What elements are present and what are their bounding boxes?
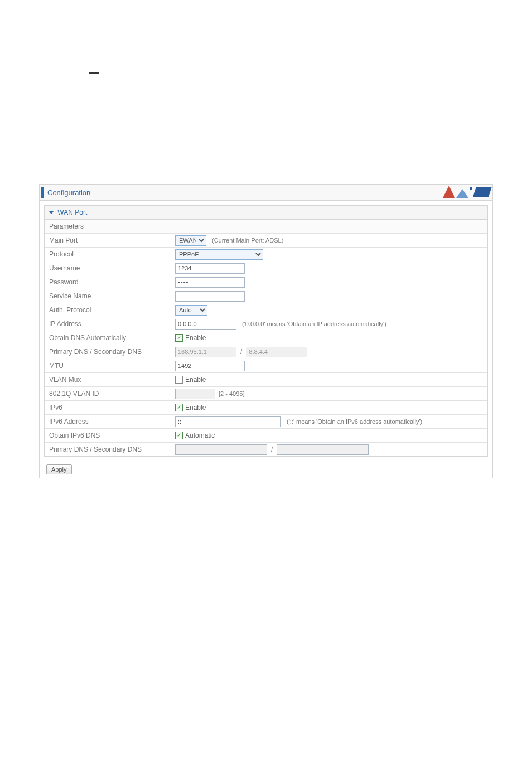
row-protocol: Protocol PPPoE <box>45 248 487 261</box>
parameters-header-row: Parameters <box>45 220 487 234</box>
apply-button[interactable]: Apply <box>46 464 72 474</box>
row-service-name: Service Name <box>45 289 487 303</box>
row-vlan-id: 802.1Q VLAN ID [2 - 4095] <box>45 387 487 401</box>
secondary-dns-input[interactable] <box>246 347 307 357</box>
mtu-input[interactable] <box>175 361 245 371</box>
row-password: Password <box>45 275 487 289</box>
ipv6-address-label: IPv6 Address <box>45 415 171 428</box>
ip-address-hint: ('0.0.0.0' means 'Obtain an IP address a… <box>242 321 386 327</box>
config-header: Configuration <box>40 185 492 201</box>
decorative-dash <box>89 72 99 74</box>
header-accent-bar <box>41 187 44 198</box>
protocol-select[interactable]: PPPoE <box>175 249 263 260</box>
username-input[interactable] <box>175 263 245 274</box>
ipv6-address-hint: ('::' means 'Obtain an IPv6 address auto… <box>287 418 422 425</box>
ipv6-checkbox[interactable]: ✓ <box>175 404 183 411</box>
vlan-mux-label: VLAN Mux <box>45 374 171 386</box>
ipv6-cb-label: Enable <box>185 404 206 411</box>
row-auth-protocol: Auth. Protocol Auto <box>45 303 487 317</box>
obtain-ipv6-dns-checkbox[interactable]: ✓ <box>175 432 183 439</box>
username-label: Username <box>45 262 171 274</box>
config-title: Configuration <box>47 188 90 197</box>
protocol-label: Protocol <box>45 248 171 260</box>
row-main-port: Main Port EWAN (Current Main Port: ADSL) <box>45 234 487 248</box>
obtain-dns-label: Obtain DNS Automatically <box>45 332 171 344</box>
obtain-dns-cb-label: Enable <box>185 334 206 342</box>
dns-separator: / <box>239 348 244 356</box>
section-title: WAN Port <box>57 209 87 216</box>
obtain-ipv6-dns-label: Obtain IPv6 DNS <box>45 429 171 442</box>
row-obtain-dns: Obtain DNS Automatically ✓ Enable <box>45 331 487 345</box>
dns-label: Primary DNS / Secondary DNS <box>45 346 171 358</box>
main-port-hint: (Current Main Port: ADSL) <box>212 237 283 244</box>
ipv6-address-input[interactable] <box>175 416 281 427</box>
password-input[interactable] <box>175 277 245 288</box>
ipv6-primary-dns-input[interactable] <box>175 444 267 455</box>
brand-logo <box>443 186 490 198</box>
vlan-id-label: 802.1Q VLAN ID <box>45 388 171 400</box>
logo-triangle-red-icon <box>443 186 455 198</box>
wan-port-panel: WAN Port Parameters Main Port EWAN (Curr… <box>44 205 488 457</box>
row-ipv6-dns: Primary DNS / Secondary DNS / <box>45 443 487 456</box>
main-port-label: Main Port <box>45 234 171 246</box>
ip-address-input[interactable] <box>175 319 236 330</box>
configuration-panel: Configuration WAN Port Parameters Main P… <box>39 184 493 478</box>
obtain-dns-checkbox[interactable]: ✓ <box>175 334 183 342</box>
ip-address-label: IP Address <box>45 318 171 330</box>
service-name-input[interactable] <box>175 291 245 302</box>
row-dns: Primary DNS / Secondary DNS / <box>45 345 487 359</box>
vlan-mux-checkbox[interactable]: ✓ <box>175 376 183 384</box>
row-mtu: MTU <box>45 359 487 373</box>
row-vlan-mux: VLAN Mux ✓ Enable <box>45 373 487 387</box>
logo-accent-icon <box>470 187 472 190</box>
row-ipv6-address: IPv6 Address ('::' means 'Obtain an IPv6… <box>45 415 487 429</box>
logo-parallelogram-icon <box>473 187 492 197</box>
auth-protocol-select[interactable]: Auto <box>175 305 207 316</box>
ipv6-label: IPv6 <box>45 401 171 414</box>
vlan-id-input[interactable] <box>175 389 215 399</box>
mtu-label: MTU <box>45 360 171 372</box>
ipv6-dns-label: Primary DNS / Secondary DNS <box>45 443 171 456</box>
row-username: Username <box>45 261 487 275</box>
collapse-triangle-icon <box>49 211 54 214</box>
ipv6-dns-separator: / <box>269 445 274 453</box>
main-port-select[interactable]: EWAN <box>175 235 206 246</box>
service-name-label: Service Name <box>45 290 171 302</box>
ipv6-secondary-dns-input[interactable] <box>277 444 369 455</box>
primary-dns-input[interactable] <box>175 347 236 357</box>
vlan-id-hint: [2 - 4095] <box>219 390 244 397</box>
auth-protocol-label: Auth. Protocol <box>45 304 171 316</box>
apply-row: Apply <box>40 461 492 478</box>
parameters-label: Parameters <box>45 220 487 233</box>
row-obtain-ipv6-dns: Obtain IPv6 DNS ✓ Automatic <box>45 429 487 443</box>
logo-triangle-blue-icon <box>456 187 468 198</box>
obtain-ipv6-dns-cb-label: Automatic <box>185 432 215 439</box>
row-ip-address: IP Address ('0.0.0.0' means 'Obtain an I… <box>45 317 487 331</box>
vlan-mux-cb-label: Enable <box>185 376 206 384</box>
row-ipv6: IPv6 ✓ Enable <box>45 401 487 415</box>
password-label: Password <box>45 276 171 288</box>
section-title-row[interactable]: WAN Port <box>45 206 487 220</box>
